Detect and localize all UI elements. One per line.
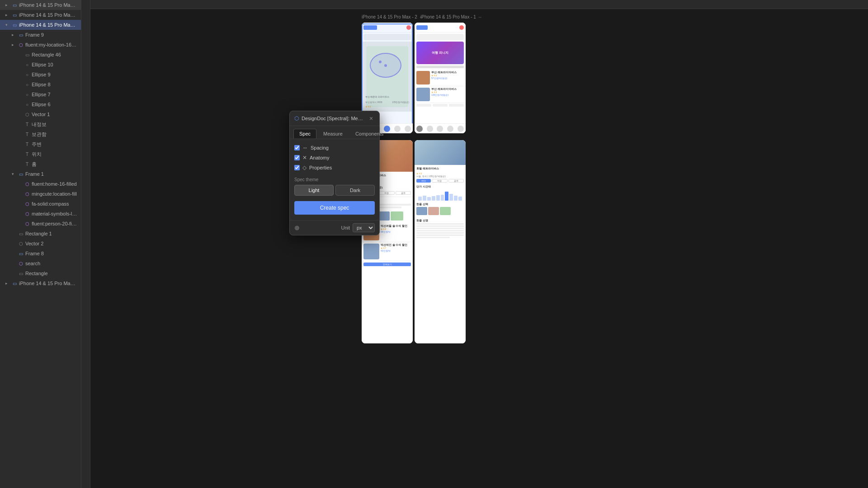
sidebar-item-mingcute-location-fill[interactable]: ⬡mingcute:location-fill: [0, 189, 81, 199]
description-section: 한줄 선명: [415, 218, 466, 240]
layer-icon-info-korean-3: T: [24, 141, 30, 147]
map-info: 부산광역시 0000135천원/박(평균): [365, 101, 409, 103]
create-spec-button[interactable]: Create spec: [294, 201, 375, 215]
expand-arrow-frame-9[interactable]: ▸: [12, 33, 16, 37]
sidebar-item-ellipse-9[interactable]: ○Ellipse 9: [0, 70, 81, 80]
expand-arrow-iphone-14-15-pro-max-4[interactable]: ▸: [5, 3, 10, 7]
map-area: 부산 해운대 리라이프스 부산광역시 0000135천원/박(평균) ★ 4.5: [362, 42, 413, 112]
nav-profile: [405, 126, 411, 132]
phone-hotel-right[interactable]: 호텔 레트라이버스 ★ 4.9 서울, 한국 | 135만원/박(평균) 예약 …: [415, 140, 466, 343]
expand-arrow-iphone-14-15-pro-max-3[interactable]: ▸: [5, 13, 10, 17]
sidebar-item-iphone-14-15-pro-max-2[interactable]: ▾▭iPhone 14 & 15 Pro Max - 2: [0, 20, 81, 30]
layer-icon-ellipse-8: ○: [24, 82, 30, 87]
layer-label-fluent-person-20-filled: fluent:person-20-filled: [32, 221, 77, 226]
layer-label-info-korean-2: 보관함: [32, 131, 47, 138]
detail-share-left[interactable]: 공유: [396, 191, 411, 195]
sidebar-item-iphone-14-15-pro-max-4[interactable]: ▸▭iPhone 14 & 15 Pro Max - 4: [0, 0, 81, 10]
hotel-content-right: 호텔 레트라이버스 ★ 4.9 서울, 한국 | 135만원/박(평균) 예약 …: [415, 165, 466, 184]
modal-footer: ⊕ Unit px rem em: [290, 220, 379, 235]
layer-label-search: search: [25, 261, 40, 266]
modal-header: ⬡ DesignDoc [Spectral]: Measures, Annota…: [290, 111, 379, 126]
review-thumb-3: [440, 207, 451, 215]
layer-icon-material-symbols-light: ⬡: [24, 211, 30, 216]
sidebar-item-frame-1[interactable]: ▾▭Frame 1: [0, 169, 81, 179]
sidebar-item-iphone-14-15-pro-max-1[interactable]: ▸▭iPhone 14 & 15 Pro Max - 1: [0, 278, 81, 288]
checkbox-properties[interactable]: [294, 165, 300, 170]
checkbox-anatomy[interactable]: [294, 155, 300, 160]
sidebar-item-info-korean-5[interactable]: T홈: [0, 159, 81, 169]
sidebar-item-fa-solid-compass[interactable]: ⬡fa-solid:compass: [0, 199, 81, 209]
sidebar-item-rectangle[interactable]: ▭Rectangle: [0, 268, 81, 278]
detail-share-right[interactable]: 공유: [448, 179, 464, 183]
sidebar-item-info-korean-3[interactable]: T주변: [0, 139, 81, 149]
sidebar-item-ellipse-10[interactable]: ○Ellipse 10: [0, 60, 81, 70]
map-label: 부산 해운대 리라이프스: [365, 95, 389, 98]
sidebar-item-ellipse-7[interactable]: ○Ellipse 7: [0, 89, 81, 99]
sidebar-item-search[interactable]: ⬡search: [0, 258, 81, 268]
anatomy-label: Anatomy: [310, 155, 329, 160]
sidebar-item-iphone-14-15-pro-max-3[interactable]: ▸▭iPhone 14 & 15 Pro Max - 3: [0, 10, 81, 20]
layer-icon-ellipse-9: ○: [24, 72, 30, 77]
sidebar-item-vector-2[interactable]: ⬡Vector 2: [0, 239, 81, 249]
expand-arrow-fluent-my-location-16-filled[interactable]: ▸: [12, 42, 16, 47]
layer-label-rectangle: Rectangle: [25, 271, 48, 276]
hotel-price-2: 135만원/박(평균): [431, 94, 464, 96]
layer-icon-frame-8: ▭: [18, 251, 24, 256]
cta-button-left[interactable]: 전체보기: [363, 263, 411, 266]
layer-icon-iphone-14-15-pro-max-4: ▭: [12, 2, 17, 8]
tab-components[interactable]: Components: [349, 129, 389, 139]
sidebar-item-material-symbols-light[interactable]: ⬡material-symbols-light:h...: [0, 209, 81, 219]
layer-label-ellipse-10: Ellipse 10: [32, 62, 53, 67]
theme-dark-button[interactable]: Dark: [335, 185, 375, 196]
listing-header: [415, 23, 466, 33]
theme-light-button[interactable]: Light: [294, 185, 334, 196]
phone-right[interactable]: 여행 피니지 부산 레트라이아버스 ★ 4.9 57만원/박(평균): [415, 23, 466, 133]
sidebar-item-rectangle-1[interactable]: ▭Rectangle 1: [0, 229, 81, 239]
sidebar-item-vector-1[interactable]: ⬡Vector 1: [0, 109, 81, 119]
expand-arrow-iphone-14-15-pro-max-2[interactable]: ▾: [5, 23, 10, 27]
listing-nav-4: [447, 126, 453, 132]
detail-save-right[interactable]: 저장: [432, 179, 447, 183]
sidebar-item-fluent-my-location-16-filled[interactable]: ▸⬡fluent:my-location-16-filled: [0, 40, 81, 50]
text-line-3: [416, 228, 464, 229]
layer-label-fluent-my-location-16-filled: fluent:my-location-16-filled: [25, 42, 77, 47]
tab-measure[interactable]: Measure: [317, 129, 349, 139]
listing-nav-1: [416, 126, 423, 132]
modal-close-button[interactable]: ×: [368, 115, 375, 122]
nearby-price-1: 48만원/박: [381, 230, 411, 233]
detail-save-left[interactable]: 저장: [379, 191, 394, 195]
modal-tabs: Spec Measure Components: [290, 126, 379, 139]
sidebar-item-info-korean-1[interactable]: T내정보: [0, 119, 81, 129]
sidebar-item-fluent-person-20-filled[interactable]: ⬡fluent:person-20-filled: [0, 219, 81, 229]
nearby-thumb-2: [363, 244, 379, 259]
bar-5: [436, 195, 440, 201]
layer-icon-frame-9: ▭: [18, 32, 24, 38]
nearby-name-1: 빅선퍼들 솔 수석 할인: [381, 225, 411, 228]
checkbox-row-properties: ◇ Properties: [294, 164, 375, 171]
review-thumb-1: [416, 207, 427, 215]
expand-arrow-iphone-14-15-pro-max-1[interactable]: ▸: [5, 281, 10, 286]
detail-title-right: 호텔 레트라이버스: [416, 167, 464, 171]
sidebar-item-fluent-home-16-filled[interactable]: ⬡fluent:home-16-filled: [0, 179, 81, 189]
layer-label-frame-8: Frame 8: [25, 251, 44, 256]
sidebar-item-frame-8[interactable]: ▭Frame 8: [0, 249, 81, 258]
sidebar-item-info-korean-4[interactable]: T위치: [0, 149, 81, 159]
checkbox-spacing[interactable]: [294, 145, 300, 150]
sidebar-item-info-korean-2[interactable]: T보관함: [0, 129, 81, 139]
expand-arrow-frame-1[interactable]: ▾: [12, 172, 16, 176]
sidebar-item-ellipse-8[interactable]: ○Ellipse 8: [0, 80, 81, 89]
listing-bottom-nav: [415, 123, 466, 133]
canvas-area[interactable]: iPhone 14 & 15 Pro Max - 2 ↔: [81, 0, 868, 488]
sidebar-item-frame-9[interactable]: ▸▭Frame 9: [0, 30, 81, 40]
hotel-image-right: [415, 140, 466, 165]
category-bar: [416, 66, 464, 68]
sidebar-item-ellipse-6[interactable]: ○Ellipse 6: [0, 99, 81, 109]
listing-nav-2: [427, 126, 433, 132]
tab-spec[interactable]: Spec: [293, 129, 316, 139]
sidebar-item-rectangle-46[interactable]: ▭Rectangle 46: [0, 50, 81, 60]
nav-bookmark: [394, 126, 401, 132]
detail-book-right[interactable]: 예약: [416, 179, 431, 183]
map-rating: ★ 4.5: [365, 105, 371, 108]
text-line-4: [416, 230, 464, 231]
unit-select[interactable]: px rem em: [353, 223, 375, 232]
